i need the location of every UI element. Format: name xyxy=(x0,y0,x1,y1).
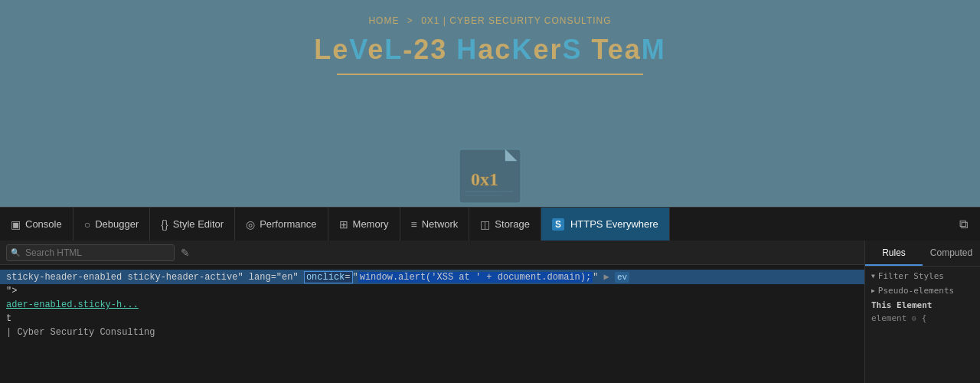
svg-text:0x1: 0x1 xyxy=(471,169,498,189)
website-area: HOME > 0X1 | CYBER SECURITY CONSULTING L… xyxy=(0,0,980,207)
tab-network-label: Network xyxy=(422,218,459,230)
html-line-5[interactable]: | Cyber Security Consulting xyxy=(0,326,864,339)
tab-performance[interactable]: ◎ Performance xyxy=(235,208,328,241)
tab-storage-label: Storage xyxy=(495,218,530,230)
breadcrumb-path: 0X1 | CYBER SECURITY CONSULTING xyxy=(421,15,611,26)
html-panel: ✎ sticky-header-enabled sticky-header-ac… xyxy=(0,241,865,383)
pencil-icon[interactable]: ✎ xyxy=(181,247,190,259)
performance-icon: ◎ xyxy=(246,218,255,231)
console-icon: ▣ xyxy=(11,218,21,231)
tab-memory[interactable]: ⊞ Memory xyxy=(328,208,400,241)
pseudo-elements-label: Pseudo-elements xyxy=(878,286,954,296)
tab-debugger[interactable]: ○ Debugger xyxy=(74,208,151,241)
debugger-icon: ○ xyxy=(84,218,90,231)
html-line-3[interactable]: ader-enabled.sticky-h... xyxy=(0,298,864,312)
tab-network[interactable]: ≡ Network xyxy=(400,208,470,241)
filter-styles-label: Filter Styles xyxy=(878,271,944,281)
breadcrumb-sep: > xyxy=(407,15,413,26)
search-icon-wrap xyxy=(6,244,175,261)
https-s-badge: S xyxy=(552,218,564,231)
tab-performance-label: Performance xyxy=(260,218,316,230)
tab-https-everywhere[interactable]: S HTTPS Everywhere xyxy=(541,208,670,241)
gear-icon[interactable]: ⚙ xyxy=(912,314,916,322)
html-line-4[interactable]: t xyxy=(0,312,864,326)
title-underline xyxy=(337,74,643,75)
storage-icon: ◫ xyxy=(480,218,490,231)
search-html-input[interactable] xyxy=(6,244,175,261)
responsive-design-icon[interactable]: ⧉ xyxy=(953,214,974,234)
breadcrumb: HOME > 0X1 | CYBER SECURITY CONSULTING xyxy=(368,15,611,26)
pseudo-elements-row[interactable]: Pseudo-elements xyxy=(871,286,974,296)
html-line-2[interactable]: "> xyxy=(0,284,864,298)
site-title: LeVeL-23 HacKerS TeaM xyxy=(314,34,666,66)
tab-console[interactable]: ▣ Console xyxy=(0,208,74,241)
tab-style-editor-label: Style Editor xyxy=(173,218,224,230)
tab-console-label: Console xyxy=(25,218,62,230)
this-element-section: This Element xyxy=(871,300,974,310)
this-element-label: This Element xyxy=(871,300,932,310)
tab-memory-label: Memory xyxy=(353,218,389,230)
style-editor-icon: {} xyxy=(161,218,168,231)
styles-content: Filter Styles Pseudo-elements This Eleme… xyxy=(865,267,980,383)
html-panel-toolbar: ✎ xyxy=(0,241,864,265)
devtools-panels: ✎ sticky-header-enabled sticky-header-ac… xyxy=(0,241,980,383)
tab-debugger-label: Debugger xyxy=(95,218,139,230)
styles-panel: Rules Computed Filter Styles Pseudo-elem… xyxy=(865,241,980,383)
html-line-1[interactable]: sticky-header-enabled sticky-header-acti… xyxy=(0,270,864,284)
filter-styles-row[interactable]: Filter Styles xyxy=(871,271,974,281)
breadcrumb-home: HOME xyxy=(368,15,399,26)
styles-tabs: Rules Computed xyxy=(865,241,980,267)
memory-icon: ⊞ xyxy=(339,218,348,231)
element-rule: element ⚙ { xyxy=(871,313,974,323)
logo-area: 0x1 xyxy=(456,146,524,207)
tab-storage[interactable]: ◫ Storage xyxy=(469,208,541,241)
tab-computed[interactable]: Computed xyxy=(923,241,980,266)
tab-rules[interactable]: Rules xyxy=(865,241,923,266)
network-icon: ≡ xyxy=(411,218,417,231)
tab-style-editor[interactable]: {} Style Editor xyxy=(150,208,235,241)
tab-https-everywhere-label: HTTPS Everywhere xyxy=(570,218,658,230)
html-content: sticky-header-enabled sticky-header-acti… xyxy=(0,265,864,344)
devtools-toolbar: ▣ Console ○ Debugger {} Style Editor ◎ P… xyxy=(0,207,980,241)
